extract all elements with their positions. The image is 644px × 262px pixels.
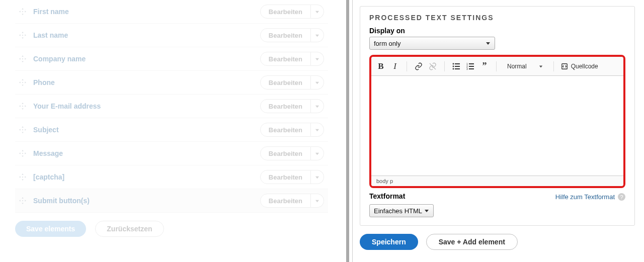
separator — [553, 61, 554, 71]
display-on-label: Display on — [369, 27, 625, 35]
edit-dropdown-button[interactable] — [311, 99, 324, 113]
element-label[interactable]: First name — [33, 8, 260, 16]
element-row[interactable]: First name Bearbeiten — [15, 0, 328, 24]
edit-dropdown-button[interactable] — [311, 5, 324, 19]
display-on-select[interactable]: form only — [369, 37, 495, 50]
edit-dropdown-button[interactable] — [311, 52, 324, 66]
save-elements-button[interactable]: Save elements — [15, 221, 86, 237]
edit-button-group: Bearbeiten — [260, 75, 324, 90]
separator — [496, 61, 497, 71]
source-icon — [561, 63, 568, 70]
edit-button[interactable]: Bearbeiten — [260, 170, 311, 184]
separator — [407, 61, 407, 71]
edit-button[interactable]: Bearbeiten — [260, 194, 311, 208]
numbered-list-button[interactable]: 123 — [466, 62, 475, 71]
processed-text-settings-fieldset: PROCESSED TEXT SETTINGS Display on form … — [360, 6, 635, 226]
link-button[interactable] — [414, 62, 423, 71]
textformat-help-link[interactable]: Hilfe zum Textformat ? — [555, 193, 625, 201]
edit-button[interactable]: Bearbeiten — [260, 5, 311, 19]
chevron-down-icon — [539, 64, 543, 68]
source-code-button[interactable]: Quellcode — [561, 63, 598, 70]
edit-button-group: Bearbeiten — [260, 123, 324, 137]
edit-button-group: Bearbeiten — [260, 5, 324, 19]
elements-list: First name Bearbeiten Last name Bearbeit… — [15, 0, 328, 213]
element-row[interactable]: [captcha] Bearbeiten — [15, 165, 328, 189]
edit-button-group: Bearbeiten — [260, 170, 324, 184]
edit-button-group: Bearbeiten — [260, 28, 324, 42]
bold-button[interactable]: B — [376, 62, 385, 71]
drag-handle-icon[interactable] — [19, 32, 26, 39]
paragraph-format-dropdown[interactable]: Normal — [504, 61, 546, 71]
editor-content-area[interactable] — [371, 76, 623, 176]
element-label[interactable]: Message — [33, 149, 260, 157]
blockquote-button[interactable]: ” — [480, 62, 489, 71]
edit-button[interactable]: Bearbeiten — [260, 146, 311, 160]
element-label[interactable]: Your E-mail address — [33, 102, 260, 110]
textformat-value: Einfaches HTML — [374, 207, 422, 215]
edit-button[interactable]: Bearbeiten — [260, 52, 311, 66]
element-label[interactable]: Last name — [33, 31, 260, 39]
svg-point-3 — [453, 65, 454, 67]
element-row[interactable]: Company name Bearbeiten — [15, 47, 328, 71]
chevron-down-icon — [424, 208, 429, 213]
settings-panel-outer: PROCESSED TEXT SETTINGS Display on form … — [346, 0, 642, 262]
edit-dropdown-button[interactable] — [311, 123, 324, 137]
svg-text:3: 3 — [466, 67, 468, 70]
edit-button[interactable]: Bearbeiten — [260, 99, 311, 113]
edit-dropdown-button[interactable] — [311, 28, 324, 42]
toolbar-group-text: B I — [376, 62, 399, 71]
edit-dropdown-button[interactable] — [311, 75, 324, 90]
toolbar-group-link — [414, 62, 437, 71]
edit-button-group: Bearbeiten — [260, 194, 324, 208]
element-row[interactable]: Phone Bearbeiten — [15, 71, 328, 95]
svg-rect-12 — [469, 68, 474, 69]
edit-dropdown-button[interactable] — [311, 170, 324, 184]
format-label: Normal — [507, 63, 527, 70]
element-row[interactable]: Submit button(s) Bearbeiten — [15, 189, 328, 213]
textformat-row: Textformat Einfaches HTML Hilfe zum Text… — [369, 192, 625, 217]
edit-button-group: Bearbeiten — [260, 52, 324, 66]
svg-rect-10 — [469, 66, 474, 67]
save-button[interactable]: Speichern — [360, 234, 418, 250]
toolbar-group-list: 123 ” — [452, 62, 489, 71]
drag-handle-icon[interactable] — [19, 8, 26, 15]
display-on-value: form only — [374, 40, 400, 47]
element-label[interactable]: Subject — [33, 126, 260, 134]
elements-actions: Save elements Zurücksetzen — [15, 221, 328, 237]
help-link-text: Hilfe zum Textformat — [555, 193, 615, 201]
settings-panel: PROCESSED TEXT SETTINGS Display on form … — [352, 0, 642, 262]
drag-handle-icon[interactable] — [19, 126, 26, 133]
element-label[interactable]: Phone — [33, 78, 260, 86]
element-row[interactable]: Last name Bearbeiten — [15, 24, 328, 47]
bullet-list-button[interactable] — [452, 62, 461, 71]
edit-button[interactable]: Bearbeiten — [260, 28, 311, 42]
svg-point-1 — [453, 63, 454, 64]
drag-handle-icon[interactable] — [19, 173, 26, 181]
save-add-element-button[interactable]: Save + Add element — [426, 234, 518, 250]
element-row[interactable]: Your E-mail address Bearbeiten — [15, 95, 328, 118]
reset-button[interactable]: Zurücksetzen — [95, 221, 164, 237]
drag-handle-icon[interactable] — [19, 150, 26, 157]
drag-handle-icon[interactable] — [19, 197, 26, 204]
drag-handle-icon[interactable] — [19, 55, 26, 62]
edit-button[interactable]: Bearbeiten — [260, 75, 311, 90]
svg-rect-6 — [455, 68, 460, 69]
element-label[interactable]: [captcha] — [33, 173, 260, 181]
unlink-button[interactable] — [428, 62, 437, 71]
edit-button-group: Bearbeiten — [260, 99, 324, 113]
element-row[interactable]: Subject Bearbeiten — [15, 118, 328, 142]
italic-button[interactable]: I — [390, 62, 399, 71]
element-label[interactable]: Company name — [33, 55, 260, 63]
edit-dropdown-button[interactable] — [311, 146, 324, 160]
editor-elements-path[interactable]: body p — [371, 176, 623, 186]
svg-rect-2 — [455, 63, 460, 64]
form-elements-panel: First name Bearbeiten Last name Bearbeit… — [0, 0, 343, 262]
element-label[interactable]: Submit button(s) — [33, 197, 260, 205]
element-row[interactable]: Message Bearbeiten — [15, 142, 328, 165]
edit-dropdown-button[interactable] — [311, 194, 324, 208]
help-icon: ? — [618, 193, 625, 201]
edit-button[interactable]: Bearbeiten — [260, 123, 311, 137]
textformat-select[interactable]: Einfaches HTML — [369, 204, 434, 217]
drag-handle-icon[interactable] — [19, 79, 26, 86]
drag-handle-icon[interactable] — [19, 103, 26, 110]
